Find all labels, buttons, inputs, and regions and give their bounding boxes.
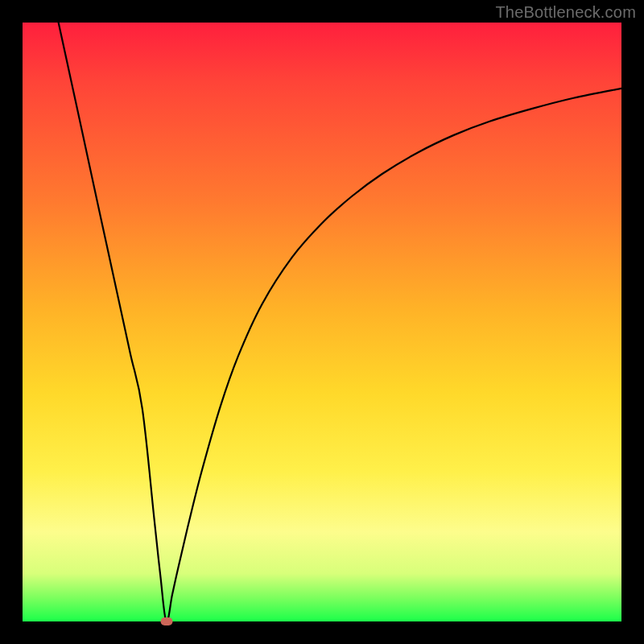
plot-area xyxy=(23,23,621,621)
chart-frame: TheBottleneck.com xyxy=(0,0,644,644)
attribution-text: TheBottleneck.com xyxy=(495,3,636,22)
bottleneck-curve xyxy=(59,23,621,622)
curve-svg xyxy=(23,23,621,621)
optimal-point-marker xyxy=(160,617,172,625)
